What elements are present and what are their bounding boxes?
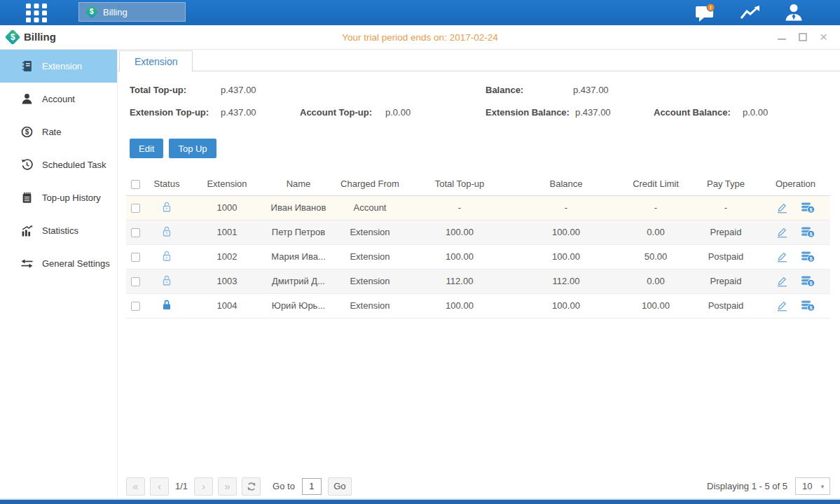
cell-name: Мария Ива... [265, 244, 332, 269]
cell-charged-from: Account [332, 195, 408, 220]
user-account-icon[interactable] [784, 3, 804, 22]
sidebar-item-label: General Settings [42, 258, 110, 269]
main-content: Extension Total Top-up: p.437.00 Balance… [118, 50, 840, 498]
table-row: 1002 Мария Ива... Extension 100.00 100.0… [126, 244, 830, 269]
sidebar-item-statistics[interactable]: Statistics [0, 214, 117, 247]
trial-notice: Your trial period ends on: 2017-02-24 [0, 32, 840, 43]
table-row: 1004 Юрий Юрь... Extension 100.00 100.00… [126, 293, 830, 318]
page-size-value: 10 [802, 481, 812, 491]
row-checkbox[interactable] [131, 253, 140, 262]
tab-extension[interactable]: Extension [119, 50, 193, 72]
edit-row-icon[interactable] [776, 226, 788, 238]
billing-diamond-icon: $ [85, 5, 99, 19]
first-page-button[interactable]: « [126, 477, 145, 496]
col-extension: Extension [189, 173, 265, 195]
table-header-row: Status Extension Name Charged From Total… [126, 173, 830, 195]
last-page-button[interactable]: » [218, 477, 237, 496]
scheduled-task-clock-icon [21, 159, 33, 171]
locked-icon[interactable] [161, 299, 172, 311]
topup-row-icon[interactable]: $ [801, 226, 815, 238]
cell-credit-limit: 50.00 [621, 244, 691, 269]
cell-pay-type: Prepaid [691, 220, 761, 244]
topup-row-icon[interactable]: $ [801, 202, 815, 214]
col-charged-from: Charged From [332, 173, 408, 195]
unlocked-icon[interactable] [161, 274, 172, 286]
next-page-button[interactable]: › [194, 477, 213, 496]
unlocked-icon[interactable] [161, 225, 172, 237]
billing-window: $ Billing Your trial period ends on: 201… [0, 25, 840, 498]
edit-button[interactable]: Edit [130, 139, 163, 158]
cell-pay-type: Postpaid [691, 244, 761, 269]
sidebar-item-label: Rate [42, 127, 61, 137]
sidebar-item-scheduled-task[interactable]: Scheduled Task [0, 148, 117, 181]
sidebar-item-topup-history[interactable]: Top-up History [0, 181, 117, 214]
cell-balance: 100.00 [511, 293, 621, 318]
page-indicator: 1/1 [175, 481, 188, 491]
col-status: Status [144, 173, 189, 195]
sidebar-item-account[interactable]: Account [0, 83, 117, 115]
col-total-topup: Total Top-up [408, 173, 511, 195]
sidebar-item-extension[interactable]: Extension [0, 50, 117, 83]
minimize-button[interactable] [776, 31, 787, 42]
sidebar-item-label: Extension [42, 61, 82, 71]
topup-history-ledger-icon [21, 192, 33, 204]
extension-topup-label: Extension Top-up: [130, 107, 209, 118]
sidebar-item-label: Scheduled Task [42, 160, 106, 170]
svg-text:!: ! [710, 4, 712, 10]
maximize-button[interactable] [797, 31, 808, 42]
row-checkbox[interactable] [131, 302, 140, 311]
chevron-down-icon: ▼ [820, 484, 825, 490]
edit-row-icon[interactable] [776, 300, 788, 312]
pagination-bar: « ‹ 1/1 › » Go to Go Displaying [126, 477, 830, 496]
col-operation: Operation [761, 173, 830, 195]
account-person-icon [21, 93, 33, 105]
select-all-checkbox[interactable] [131, 180, 140, 189]
topup-row-icon[interactable]: $ [801, 300, 815, 312]
cell-balance: - [511, 195, 621, 220]
unlocked-icon[interactable] [161, 250, 172, 262]
reports-chart-icon[interactable] [740, 4, 761, 22]
page-size-select[interactable]: 10 ▼ [795, 477, 830, 495]
cell-pay-type: - [691, 195, 761, 220]
cell-credit-limit: 100.00 [621, 293, 691, 318]
refresh-button[interactable] [242, 477, 261, 496]
table-row: 1000 Иван Иванов Account - - - - [126, 195, 830, 220]
cell-extension: 1000 [189, 195, 265, 220]
topup-row-icon[interactable]: $ [801, 251, 815, 262]
cell-total-topup: 100.00 [408, 293, 511, 318]
edit-row-icon[interactable] [776, 251, 788, 262]
prev-page-button[interactable]: ‹ [150, 477, 169, 496]
top-up-button[interactable]: Top Up [169, 139, 216, 158]
unlocked-icon[interactable] [161, 201, 172, 213]
col-credit-limit: Credit Limit [621, 173, 691, 195]
row-checkbox[interactable] [131, 228, 140, 237]
cell-extension: 1004 [189, 293, 265, 318]
cell-credit-limit: 0.00 [621, 220, 691, 244]
cell-extension: 1001 [189, 220, 265, 244]
taskbar-tab-billing[interactable]: $ Billing [78, 2, 186, 22]
balance-summary: Total Top-up: p.437.00 Balance: p.437.00… [118, 71, 840, 127]
col-balance: Balance [511, 173, 621, 195]
goto-page-input[interactable] [302, 478, 322, 495]
close-button[interactable]: × [818, 31, 829, 42]
account-balance-label: Account Balance: [654, 107, 731, 118]
row-checkbox[interactable] [131, 204, 140, 213]
cell-credit-limit: 0.00 [621, 269, 691, 293]
statistics-chart-icon [21, 225, 33, 237]
row-checkbox[interactable] [131, 277, 140, 286]
sidebar-item-rate[interactable]: $ Rate [0, 115, 117, 148]
svg-text:$: $ [25, 128, 29, 136]
messages-icon[interactable]: ! [695, 4, 717, 22]
cell-extension: 1003 [189, 269, 265, 293]
app-grid-icon[interactable] [24, 1, 49, 26]
balance-value: p.437.00 [573, 85, 609, 95]
extensions-table: Status Extension Name Charged From Total… [126, 173, 830, 318]
go-button[interactable]: Go [328, 477, 352, 496]
cell-name: Иван Иванов [265, 195, 332, 220]
cell-charged-from: Extension [332, 293, 408, 318]
edit-row-icon[interactable] [776, 202, 788, 214]
sidebar-item-general-settings[interactable]: General Settings [0, 247, 117, 280]
cell-pay-type: Postpaid [691, 293, 761, 318]
edit-row-icon[interactable] [776, 275, 788, 287]
topup-row-icon[interactable]: $ [801, 275, 815, 287]
